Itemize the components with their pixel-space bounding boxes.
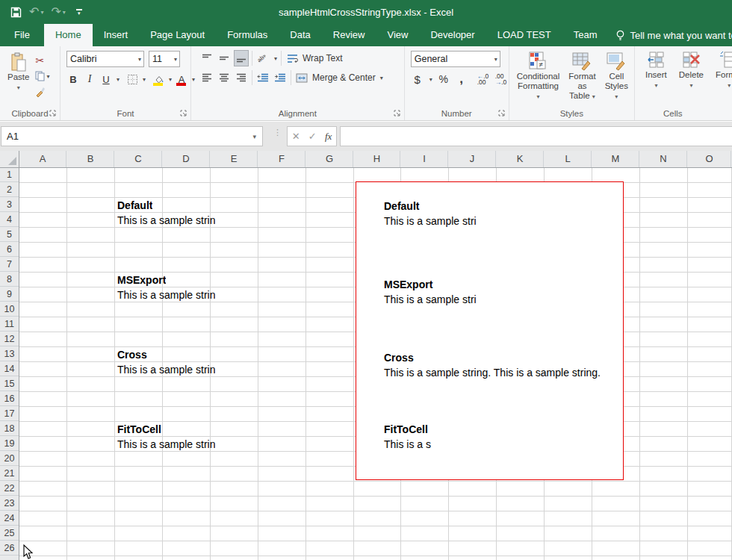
- row-header-26[interactable]: 26: [0, 541, 19, 556]
- clipboard-dialog-launcher[interactable]: [49, 109, 57, 117]
- embedded-picture[interactable]: DefaultThis is a sample striMSExportThis…: [356, 181, 624, 480]
- cell-styles-button[interactable]: Cell Styles ▾: [602, 49, 631, 107]
- font-color-button[interactable]: A: [175, 72, 188, 87]
- conditional-formatting-button[interactable]: ≠ Conditional Formatting ▾: [514, 49, 563, 107]
- column-header-M[interactable]: M: [592, 151, 639, 167]
- column-header-O[interactable]: O: [688, 151, 731, 167]
- column-header-C[interactable]: C: [115, 151, 162, 167]
- tab-team[interactable]: Team: [562, 24, 609, 46]
- select-all-corner[interactable]: [0, 151, 19, 167]
- wrap-text-label[interactable]: Wrap Text: [303, 53, 343, 63]
- redo-button[interactable]: ↷▾: [51, 6, 65, 18]
- percent-style-button[interactable]: %: [437, 72, 450, 87]
- row-header-18[interactable]: 18: [0, 422, 19, 436]
- fill-color-caret-icon[interactable]: ▾: [169, 76, 172, 83]
- name-box[interactable]: A1▾: [1, 126, 263, 146]
- cell-C3[interactable]: Default: [117, 199, 152, 212]
- orientation-button[interactable]: ab: [256, 51, 270, 66]
- row-header-7[interactable]: 7: [0, 258, 19, 272]
- copy-button[interactable]: ▾: [35, 69, 49, 83]
- alignment-dialog-launcher[interactable]: [393, 109, 401, 117]
- row-header-22[interactable]: 22: [0, 482, 19, 496]
- align-center-button[interactable]: [217, 70, 231, 85]
- column-header-E[interactable]: E: [211, 151, 258, 167]
- tab-file[interactable]: File: [0, 24, 44, 46]
- cut-button[interactable]: ✂: [35, 54, 49, 67]
- row-header-11[interactable]: 11: [0, 317, 19, 332]
- tab-review[interactable]: Review: [322, 24, 376, 46]
- cell-C9[interactable]: This is a sample strin: [117, 289, 215, 302]
- row-header-4[interactable]: 4: [0, 213, 19, 227]
- row-header-5[interactable]: 5: [0, 228, 19, 242]
- column-headers[interactable]: ABCDEFGHIJKLMNO: [0, 151, 732, 168]
- number-format-combo[interactable]: General▾: [411, 51, 500, 67]
- row-header-16[interactable]: 16: [0, 392, 19, 406]
- column-header-J[interactable]: J: [449, 151, 496, 167]
- borders-button[interactable]: [125, 72, 139, 87]
- align-bottom-button[interactable]: [235, 51, 248, 66]
- align-middle-button[interactable]: [217, 51, 231, 66]
- column-header-I[interactable]: I: [401, 151, 448, 167]
- formula-bar-grip[interactable]: ⋮: [273, 131, 282, 134]
- tab-data[interactable]: Data: [279, 24, 321, 46]
- row-header-20[interactable]: 20: [0, 452, 19, 466]
- cell-C13[interactable]: Cross: [117, 349, 147, 361]
- bold-button[interactable]: B: [66, 72, 80, 87]
- column-header-D[interactable]: D: [163, 151, 210, 167]
- column-header-G[interactable]: G: [306, 151, 353, 167]
- row-header-6[interactable]: 6: [0, 243, 19, 257]
- save-icon[interactable]: [10, 7, 22, 18]
- font-name-combo[interactable]: Calibri▾: [66, 51, 144, 67]
- tab-page-layout[interactable]: Page Layout: [139, 24, 216, 46]
- borders-caret-icon[interactable]: ▾: [143, 76, 146, 83]
- tab-formulas[interactable]: Formulas: [216, 24, 279, 46]
- merge-center-caret-icon[interactable]: ▾: [380, 75, 383, 81]
- increase-indent-button[interactable]: [273, 70, 287, 85]
- delete-cells-button[interactable]: Delete ▾: [676, 49, 707, 107]
- accounting-format-button[interactable]: $: [411, 72, 424, 87]
- cell-C8[interactable]: MSExport: [117, 274, 166, 287]
- format-painter-button[interactable]: [35, 85, 49, 99]
- italic-button[interactable]: I: [83, 72, 96, 87]
- wrap-text-button[interactable]: [285, 51, 299, 66]
- row-header-3[interactable]: 3: [0, 198, 19, 212]
- underline-caret-icon[interactable]: ▾: [117, 76, 120, 83]
- tab-insert[interactable]: Insert: [93, 24, 140, 46]
- increase-decimal-button[interactable]: ←.0.00: [477, 72, 491, 87]
- cell-C4[interactable]: This is a sample strin: [117, 214, 215, 227]
- column-header-F[interactable]: F: [258, 151, 305, 167]
- tell-me-box[interactable]: Tell me what you want to do: [608, 24, 732, 46]
- enter-icon[interactable]: ✓: [308, 131, 317, 142]
- format-cells-button[interactable]: Format ▾: [713, 49, 732, 107]
- format-as-table-button[interactable]: Format as Table ▾: [565, 49, 598, 107]
- column-header-A[interactable]: A: [19, 151, 66, 167]
- row-header-1[interactable]: 1: [0, 168, 19, 182]
- row-header-13[interactable]: 13: [0, 347, 19, 361]
- tab-home[interactable]: Home: [44, 24, 93, 46]
- font-size-combo[interactable]: 11▾: [149, 51, 180, 67]
- decrease-decimal-button[interactable]: .00→.0: [495, 72, 509, 87]
- paste-button[interactable]: Paste ▾: [4, 51, 32, 107]
- row-header-23[interactable]: 23: [0, 497, 19, 511]
- cancel-icon[interactable]: ✕: [292, 131, 300, 142]
- formula-input[interactable]: [340, 126, 732, 146]
- comma-style-button[interactable]: ,: [455, 72, 468, 87]
- column-header-N[interactable]: N: [640, 151, 687, 167]
- undo-button[interactable]: ↶▾: [29, 6, 43, 18]
- row-header-9[interactable]: 9: [0, 287, 19, 302]
- name-box-caret-icon[interactable]: ▾: [252, 133, 256, 140]
- cell-C19[interactable]: This is a sample strin: [117, 438, 215, 451]
- cell-C14[interactable]: This is a sample strin: [117, 364, 215, 376]
- row-header-15[interactable]: 15: [0, 377, 19, 391]
- align-left-button[interactable]: [200, 70, 214, 85]
- row-header-17[interactable]: 17: [0, 407, 19, 421]
- merge-center-label[interactable]: Merge & Center: [312, 72, 376, 83]
- insert-function-icon[interactable]: fx: [325, 131, 332, 143]
- row-header-2[interactable]: 2: [0, 183, 19, 197]
- customize-qat-button[interactable]: ▾: [76, 9, 82, 15]
- fill-color-button[interactable]: [152, 72, 165, 87]
- underline-button[interactable]: U: [99, 72, 113, 87]
- tab-load-test[interactable]: LOAD TEST: [486, 24, 562, 46]
- orientation-caret-icon[interactable]: ▾: [274, 55, 277, 62]
- row-header-19[interactable]: 19: [0, 437, 19, 451]
